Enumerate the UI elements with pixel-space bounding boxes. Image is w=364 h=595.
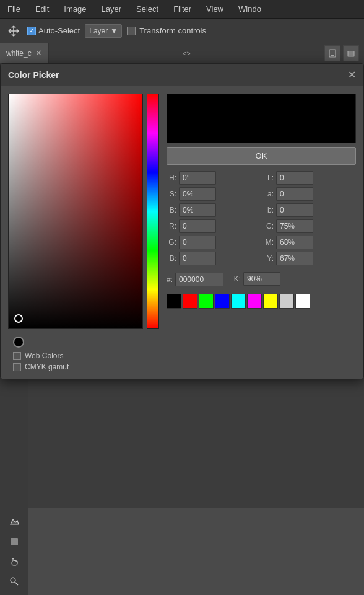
swatch-cyan[interactable] bbox=[231, 294, 246, 309]
b2-input[interactable] bbox=[179, 252, 216, 265]
s-field-row: S: bbox=[167, 187, 259, 201]
b-hsb-label: B: bbox=[167, 206, 176, 214]
b2-label: B: bbox=[167, 254, 176, 263]
swatch-white[interactable] bbox=[295, 294, 310, 309]
menu-image[interactable]: Image bbox=[61, 3, 89, 15]
color-gradient-box[interactable] bbox=[8, 94, 143, 329]
l-input[interactable] bbox=[276, 171, 313, 185]
bottom-area bbox=[0, 508, 364, 595]
swatch-yellow[interactable] bbox=[263, 294, 278, 309]
r-field-row: R: bbox=[167, 219, 259, 233]
cmyk-gamut-checkbox[interactable] bbox=[13, 363, 21, 371]
menu-filter[interactable]: Filter bbox=[171, 3, 194, 15]
move-tool-icon[interactable] bbox=[5, 22, 22, 40]
hex-input[interactable] bbox=[175, 273, 223, 286]
g-input[interactable] bbox=[179, 236, 216, 249]
c-field-row: C: bbox=[264, 219, 356, 233]
autoselect-label: Auto-Select bbox=[38, 26, 80, 35]
a-label: a: bbox=[264, 190, 274, 198]
dialog-close-button[interactable]: ✕ bbox=[348, 69, 356, 81]
menu-view[interactable]: View bbox=[204, 3, 226, 15]
menu-select[interactable]: Select bbox=[134, 3, 161, 15]
svg-line-11 bbox=[15, 583, 18, 586]
svg-point-10 bbox=[11, 578, 15, 583]
s-input[interactable] bbox=[179, 187, 216, 201]
tab-label: white_c bbox=[6, 49, 32, 58]
web-colors-row: Web Colors bbox=[13, 351, 69, 360]
menu-edit[interactable]: Edit bbox=[33, 3, 51, 15]
menu-file[interactable]: File bbox=[5, 3, 23, 15]
h-label: H: bbox=[167, 174, 176, 182]
b-lab-input[interactable] bbox=[276, 203, 313, 217]
menu-window[interactable]: Windo bbox=[236, 3, 264, 15]
b-hsb-field-row: B: bbox=[167, 203, 259, 217]
bottom-hand-tool[interactable] bbox=[5, 553, 24, 570]
color-gradient-area bbox=[8, 94, 159, 329]
r-input[interactable] bbox=[179, 219, 216, 233]
r-label: R: bbox=[167, 222, 176, 231]
swatch-blue[interactable] bbox=[215, 294, 230, 309]
ok-button[interactable]: OK bbox=[167, 147, 356, 165]
menu-layer[interactable]: Layer bbox=[99, 3, 124, 15]
l-label: L: bbox=[264, 174, 274, 182]
m-field-row: M: bbox=[264, 236, 356, 249]
web-colors-label: Web Colors bbox=[25, 351, 63, 360]
tab-close-button[interactable]: ✕ bbox=[35, 48, 42, 58]
hue-slider[interactable] bbox=[147, 94, 159, 329]
b-hsb-input[interactable] bbox=[179, 203, 216, 217]
c-input[interactable] bbox=[276, 219, 313, 233]
hex-label: #: bbox=[167, 275, 173, 284]
tab-bar: white_c ✕ <> bbox=[0, 43, 364, 63]
transform-controls-group: Transform controls bbox=[127, 26, 206, 35]
cmyk-gamut-row: CMYK gamut bbox=[13, 363, 69, 371]
toolbar: ✓ Auto-Select Layer ▼ Transform controls bbox=[0, 19, 364, 43]
dropdown-arrow-icon: ▼ bbox=[110, 27, 118, 35]
b-lab-field-row: b: bbox=[264, 203, 356, 217]
web-colors-checkbox[interactable] bbox=[13, 352, 21, 360]
k-label: K: bbox=[231, 275, 241, 283]
swatch-black[interactable] bbox=[167, 294, 181, 309]
b2-field-row: B: bbox=[167, 252, 259, 265]
color-preview bbox=[167, 94, 356, 143]
gradient-cursor bbox=[14, 314, 23, 323]
dialog-bottom-section: Web Colors CMYK gamut bbox=[1, 337, 363, 379]
swatch-magenta[interactable] bbox=[247, 294, 262, 309]
swatch-gray[interactable] bbox=[279, 294, 294, 309]
autoselect-checkbox[interactable]: ✓ bbox=[27, 27, 36, 35]
document-tab[interactable]: white_c ✕ bbox=[0, 43, 49, 63]
autoselect-checkbox-group[interactable]: ✓ Auto-Select bbox=[27, 26, 80, 35]
dialog-body: OK H: L: S: a: bbox=[1, 86, 363, 337]
color-picker-dialog: Color Picker ✕ OK H: bbox=[0, 63, 364, 379]
black-overlay bbox=[9, 94, 142, 328]
bottom-tool-1[interactable] bbox=[5, 513, 24, 531]
svg-rect-9 bbox=[11, 538, 18, 545]
dialog-title: Color Picker bbox=[8, 70, 59, 80]
m-input[interactable] bbox=[276, 236, 313, 249]
svg-rect-5 bbox=[348, 55, 354, 56]
svg-rect-4 bbox=[348, 53, 354, 55]
swatch-red[interactable] bbox=[183, 294, 197, 309]
a-input[interactable] bbox=[276, 187, 313, 201]
k-input[interactable] bbox=[243, 272, 280, 286]
tab-arrow[interactable]: <> bbox=[178, 43, 196, 63]
transform-controls-checkbox[interactable] bbox=[127, 27, 136, 35]
layers-icon bbox=[343, 45, 359, 61]
swatch-green[interactable] bbox=[199, 294, 214, 309]
color-indicator bbox=[13, 337, 24, 348]
canvas-preview bbox=[28, 508, 364, 595]
transform-controls-label: Transform controls bbox=[139, 26, 206, 35]
hex-field-row: #: bbox=[167, 273, 223, 286]
svg-rect-0 bbox=[329, 50, 336, 57]
g-field-row: G: bbox=[167, 236, 259, 249]
y-label: Y: bbox=[264, 254, 274, 263]
bottom-zoom-tool[interactable] bbox=[5, 573, 24, 590]
y-input[interactable] bbox=[276, 252, 313, 265]
h-input[interactable] bbox=[179, 171, 216, 185]
bottom-tool-2[interactable] bbox=[5, 533, 24, 550]
layer-dropdown[interactable]: Layer ▼ bbox=[85, 24, 122, 38]
svg-rect-1 bbox=[331, 55, 334, 56]
color-swatches bbox=[167, 294, 356, 309]
g-label: G: bbox=[167, 238, 176, 247]
document-icon bbox=[324, 45, 340, 61]
s-label: S: bbox=[167, 190, 176, 198]
